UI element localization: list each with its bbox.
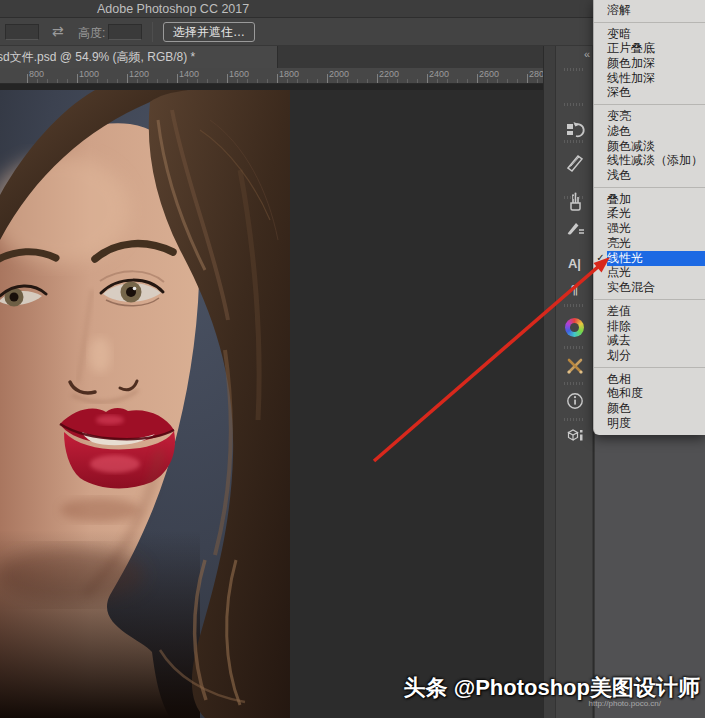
menu-item-selected[interactable]: ✓线性光	[594, 251, 705, 266]
menu-item-label: 滤色	[607, 124, 705, 139]
menu-item-label: 色相	[607, 372, 705, 387]
menu-item[interactable]: 深色	[594, 86, 705, 101]
menu-item[interactable]: 色相	[594, 372, 705, 387]
color-wheel-button[interactable]	[556, 314, 593, 340]
menu-item-label: 深色	[607, 86, 705, 101]
history-panel-icon	[565, 120, 585, 140]
menu-item[interactable]: 亮光	[594, 236, 705, 251]
dock-grip[interactable]	[564, 418, 585, 421]
dock-grip[interactable]	[564, 304, 585, 307]
checkmark-icon: ✓	[594, 253, 607, 263]
ruler-label: 1400	[179, 69, 199, 79]
menu-item-label: 划分	[607, 348, 705, 363]
menu-item[interactable]: 变亮	[594, 109, 705, 124]
menu-item-label: 强光	[607, 221, 705, 236]
menu-item[interactable]: 划分	[594, 348, 705, 363]
menu-item-label: 变亮	[607, 109, 705, 124]
menu-item-label: 溶解	[607, 3, 705, 18]
menu-item[interactable]: 点光	[594, 266, 705, 281]
document-tab-title: sd文件.psd @ 54.9% (高频, RGB/8) *	[0, 50, 195, 64]
menu-item[interactable]: 强光	[594, 221, 705, 236]
document-tab-bar: sd文件.psd @ 54.9% (高频, RGB/8) *	[0, 46, 543, 68]
ruler-label: 1000	[79, 69, 99, 79]
document-tab[interactable]: sd文件.psd @ 54.9% (高频, RGB/8) *	[0, 46, 278, 68]
paragraph-panel-button[interactable]: ¶	[556, 276, 593, 302]
dock-grip[interactable]	[564, 68, 585, 71]
dock-grip[interactable]	[564, 103, 585, 106]
dock-grip[interactable]	[564, 140, 585, 143]
menu-item-label: 柔光	[607, 207, 705, 222]
menu-item[interactable]: 浅色	[594, 168, 705, 183]
app-title: Adobe Photoshop CC 2017	[97, 2, 249, 16]
height-label: 高度:	[78, 25, 105, 42]
menu-item[interactable]: 颜色加深	[594, 56, 705, 71]
ruler-label: 1200	[129, 69, 149, 79]
photoshop-window: Adobe Photoshop CC 2017 ⇄ 高度: 选择并遮住… sd文…	[0, 0, 705, 718]
portrait-illustration	[0, 90, 290, 718]
tool-presets-icon	[565, 356, 585, 376]
paragraph-panel-icon: ¶	[571, 282, 578, 297]
menu-item[interactable]: 实色混合	[594, 280, 705, 295]
info-panel-button[interactable]	[556, 388, 593, 414]
menu-item-label: 饱和度	[607, 387, 705, 402]
menu-item-label: 颜色减淡	[607, 139, 705, 154]
libraries-panel-button[interactable]	[556, 423, 593, 449]
menu-item-label: 减去	[607, 333, 705, 348]
properties-panel-icon	[565, 153, 585, 173]
libraries-panel-icon	[565, 426, 585, 446]
menu-item[interactable]: 排除	[594, 319, 705, 334]
ruler-label: 800	[29, 69, 44, 79]
menu-item-label: 线性加深	[607, 71, 705, 86]
document-image-portrait[interactable]	[0, 90, 290, 718]
menu-item[interactable]: 柔光	[594, 207, 705, 222]
brush-settings-icon	[565, 217, 585, 237]
menu-item[interactable]: 溶解	[594, 3, 705, 18]
ruler-label: 2000	[329, 69, 349, 79]
menu-item[interactable]: 叠加	[594, 192, 705, 207]
canvas-area[interactable]: 8001000120014001600180020002200240026002…	[0, 68, 543, 718]
width-input[interactable]	[5, 24, 39, 40]
menu-item[interactable]: 减去	[594, 333, 705, 348]
menu-divider	[594, 367, 705, 368]
ruler-label: 1800	[279, 69, 299, 79]
menu-item[interactable]: 变暗	[594, 27, 705, 42]
menu-divider	[594, 187, 705, 188]
options-divider	[152, 22, 153, 42]
menu-item[interactable]: 差值	[594, 304, 705, 319]
menu-item[interactable]: 明度	[594, 416, 705, 431]
menu-item-label: 排除	[607, 319, 705, 334]
collapse-panels-icon[interactable]: «	[584, 48, 589, 60]
height-input[interactable]	[108, 24, 142, 40]
ruler-label: 1600	[229, 69, 249, 79]
menu-item[interactable]: 滤色	[594, 124, 705, 139]
menu-item-label: 颜色加深	[607, 56, 705, 71]
menu-item[interactable]: 正片叠底	[594, 41, 705, 56]
select-and-mask-button[interactable]: 选择并遮住…	[163, 22, 255, 42]
swap-dimensions-icon[interactable]: ⇄	[52, 23, 64, 39]
brush-settings-button[interactable]	[556, 214, 593, 240]
character-panel-button[interactable]: A|	[556, 250, 593, 276]
menu-item[interactable]: 颜色	[594, 401, 705, 416]
brushes-panel-button[interactable]	[556, 189, 593, 215]
dock-grip[interactable]	[564, 382, 585, 385]
menu-item-label: 实色混合	[607, 280, 705, 295]
menu-item-label: 线性减淡（添加）	[607, 153, 705, 168]
vertical-scrollbar[interactable]	[543, 46, 556, 718]
properties-panel-button[interactable]	[556, 150, 593, 176]
dock-grip[interactable]	[564, 196, 585, 199]
menu-divider	[594, 22, 705, 23]
brushes-panel-icon	[565, 192, 585, 212]
menu-item[interactable]: 线性加深	[594, 71, 705, 86]
character-panel-icon: A|	[568, 256, 581, 271]
info-panel-icon	[565, 391, 585, 411]
menu-divider	[594, 299, 705, 300]
menu-item[interactable]: 线性减淡（添加）	[594, 153, 705, 168]
tool-presets-button[interactable]	[556, 353, 593, 379]
menu-item-label: 叠加	[607, 192, 705, 207]
menu-item[interactable]: 颜色减淡	[594, 139, 705, 154]
menu-item-label: 变暗	[607, 27, 705, 42]
menu-item-label: 点光	[607, 266, 705, 281]
dock-grip[interactable]	[564, 346, 585, 349]
watermark-url: http://photo.poco.cn/	[589, 699, 662, 708]
menu-item[interactable]: 饱和度	[594, 387, 705, 402]
